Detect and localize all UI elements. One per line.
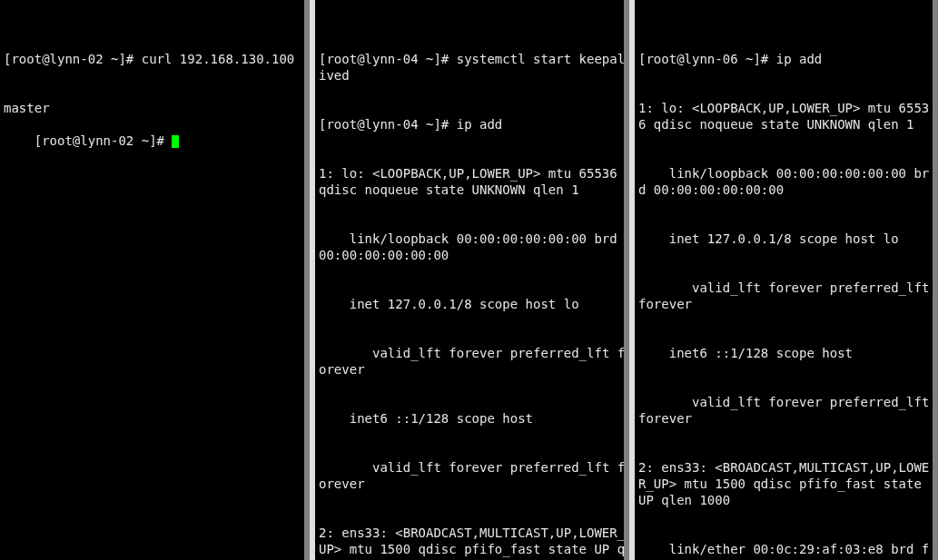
terminal-line: valid_lft forever preferred_lft forever (319, 345, 626, 378)
terminals-row: [root@lynn-02 ~]# curl 192.168.130.100 m… (0, 0, 938, 560)
terminal-line: valid_lft forever preferred_lft forever (319, 459, 626, 492)
scroll-up-arrow-icon[interactable] (933, 0, 938, 9)
scrollbar[interactable] (304, 0, 310, 560)
terminal-line: 2: ens33: <BROADCAST,MULTICAST,UP,LOWER_… (319, 525, 626, 560)
terminal-line: inet 127.0.0.1/8 scope host lo (638, 231, 934, 247)
terminal-line: link/loopback 00:00:00:00:00:00 brd 00:0… (319, 231, 626, 263)
terminal-line: link/ether 00:0c:29:af:03:e8 brd ff:ff:f… (638, 541, 934, 560)
terminal-line: [root@lynn-06 ~]# ip add (638, 51, 934, 67)
terminal-lynn-06[interactable]: [root@lynn-06 ~]# ip add 1: lo: <LOOPBAC… (635, 0, 938, 560)
scroll-down-arrow-icon[interactable] (624, 551, 629, 560)
terminal-line: [root@lynn-02 ~]# curl 192.168.130.100 (4, 51, 306, 67)
scroll-up-arrow-icon[interactable] (624, 0, 629, 9)
terminal-line: valid_lft forever preferred_lft forever (638, 280, 934, 312)
scroll-thumb[interactable] (304, 9, 310, 551)
terminal-line: 2: ens33: <BROADCAST,MULTICAST,UP,LOWER_… (638, 459, 934, 508)
terminal-line: link/loopback 00:00:00:00:00:00 brd 00:0… (638, 165, 934, 198)
scroll-down-arrow-icon[interactable] (304, 551, 310, 560)
terminal-line: inet6 ::1/128 scope host (319, 410, 626, 427)
prompt: [root@lynn-02 ~]# (35, 133, 173, 148)
terminal-line: 1: lo: <LOOPBACK,UP,LOWER_UP> mtu 65536 … (638, 100, 934, 133)
terminal-line: master (4, 100, 306, 116)
terminal-line: [root@lynn-04 ~]# ip add (319, 116, 626, 133)
terminal-line: 1: lo: <LOOPBACK,UP,LOWER_UP> mtu 65536 … (319, 165, 626, 198)
terminal-line: inet6 ::1/128 scope host (638, 345, 934, 361)
scroll-up-arrow-icon[interactable] (304, 0, 310, 9)
cursor-icon (172, 135, 179, 148)
terminal-lynn-02[interactable]: [root@lynn-02 ~]# curl 192.168.130.100 m… (0, 0, 310, 560)
scroll-down-arrow-icon[interactable] (933, 551, 938, 560)
scrollbar[interactable] (933, 0, 938, 560)
scroll-thumb[interactable] (933, 9, 938, 551)
terminal-line: inet 127.0.0.1/8 scope host lo (319, 296, 626, 312)
terminal-lynn-04[interactable]: [root@lynn-04 ~]# systemctl start keepal… (315, 0, 629, 560)
terminal-line: [root@lynn-04 ~]# systemctl start keepal… (319, 51, 626, 84)
scrollbar[interactable] (624, 0, 629, 560)
scroll-thumb[interactable] (624, 9, 629, 551)
terminal-line: valid_lft forever preferred_lft forever (638, 394, 934, 427)
